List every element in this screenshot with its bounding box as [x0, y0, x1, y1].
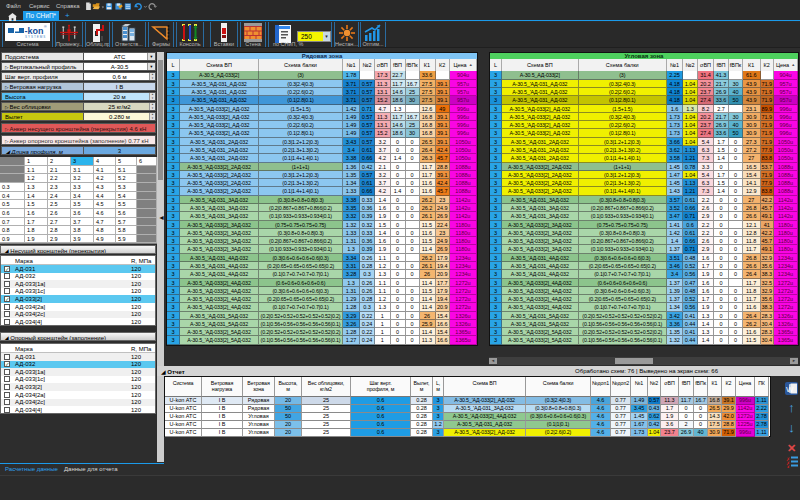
svg-text:✗: ✗	[786, 464, 790, 468]
svg-text:W: W	[786, 385, 794, 394]
